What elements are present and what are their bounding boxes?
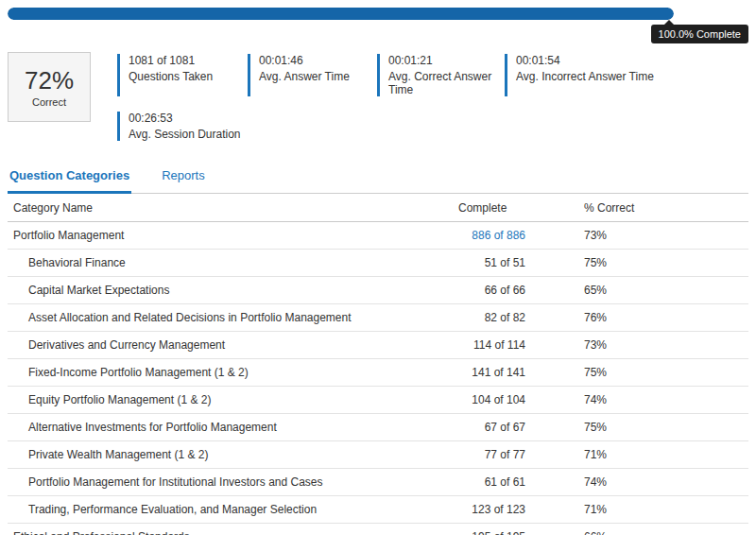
percent-correct-cell: 66% (576, 524, 748, 535)
table-row: Portfolio Management886 of 88673% (8, 222, 748, 250)
table-row: Equity Portfolio Management (1 & 2)104 o… (8, 387, 748, 414)
category-name-cell: Portfolio Management for Institutional I… (8, 469, 458, 496)
category-name-cell: Private Wealth Management (1 & 2) (8, 441, 458, 469)
table-row: Alternative Investments for Portfolio Ma… (8, 414, 748, 441)
percent-correct-cell: 75% (576, 359, 748, 387)
complete-cell: 195 of 195 (458, 524, 576, 535)
percent-correct-cell: 73% (576, 332, 748, 359)
stat-value: 00:01:46 (259, 54, 377, 67)
category-name-cell: Trading, Performance Evaluation, and Man… (8, 496, 458, 524)
table-header-row: Category Name Complete % Correct (8, 194, 748, 222)
progress-bar (8, 8, 674, 20)
category-name-cell: Capital Market Expectations (8, 277, 458, 304)
header-percent-correct: % Correct (576, 194, 748, 222)
stat-avg-answer-time: 00:01:46Avg. Answer Time (248, 54, 377, 96)
stat-value: 00:26:53 (129, 112, 248, 125)
complete-cell: 67 of 67 (458, 414, 576, 441)
complete-cell: 82 of 82 (458, 304, 576, 332)
table-row: Private Wealth Management (1 & 2)77 of 7… (8, 441, 748, 469)
tab-reports[interactable]: Reports (160, 163, 207, 194)
percent-correct-cell: 74% (576, 387, 748, 414)
summary-section: 72% Correct 1081 of 1081Questions Taken0… (8, 52, 748, 141)
percent-correct-cell: 76% (576, 304, 748, 332)
table-row: Derivatives and Currency Management114 o… (8, 332, 748, 359)
category-name-cell: Asset Allocation and Related Decisions i… (8, 304, 458, 332)
complete-cell: 123 of 123 (458, 496, 576, 524)
complete-cell: 66 of 66 (458, 277, 576, 304)
progress-section: 100.0% Complete (8, 0, 748, 43)
score-box: 72% Correct (8, 52, 91, 122)
progress-tooltip: 100.0% Complete (651, 25, 748, 43)
complete-cell: 104 of 104 (458, 387, 576, 414)
percent-correct-cell: 75% (576, 414, 748, 441)
stat-avg-correct-answer-time: 00:01:21Avg. Correct Answer Time (377, 54, 505, 96)
complete-cell[interactable]: 886 of 886 (458, 222, 576, 250)
percent-correct-cell: 75% (576, 250, 748, 277)
category-name-cell: Alternative Investments for Portfolio Ma… (8, 414, 458, 441)
category-table: Category Name Complete % Correct Portfol… (8, 194, 748, 535)
category-name-cell: Portfolio Management (8, 222, 458, 250)
category-name-cell: Derivatives and Currency Management (8, 332, 458, 359)
table-row: Ethical and Professional Standards195 of… (8, 524, 748, 535)
tab-bar: Question CategoriesReports (8, 163, 748, 194)
percent-correct-cell: 74% (576, 469, 748, 496)
progress-fill (8, 8, 674, 20)
progress-tooltip-label: 100.0% Complete (659, 28, 741, 40)
percent-correct-cell: 71% (576, 496, 748, 524)
stat-label: Avg. Session Duration (129, 128, 248, 141)
percent-correct-cell: 71% (576, 441, 748, 469)
stat-value: 00:01:21 (388, 54, 505, 67)
stat-avg-incorrect-answer-time: 00:01:54Avg. Incorrect Answer Time (505, 54, 654, 96)
complete-cell: 77 of 77 (458, 441, 576, 469)
tab-question-categories[interactable]: Question Categories (8, 163, 131, 194)
percent-correct-cell: 65% (576, 277, 748, 304)
category-name-cell: Equity Portfolio Management (1 & 2) (8, 387, 458, 414)
table-row: Behavioral Finance51 of 5175% (8, 250, 748, 277)
tooltip-arrow-icon (664, 20, 674, 25)
complete-cell: 61 of 61 (458, 469, 576, 496)
header-complete: Complete (458, 194, 576, 222)
complete-cell: 114 of 114 (458, 332, 576, 359)
percent-correct-cell: 73% (576, 222, 748, 250)
score-value: 72% (25, 67, 74, 94)
stat-label: Avg. Answer Time (259, 70, 377, 83)
category-name-cell: Fixed-Income Portfolio Management (1 & 2… (8, 359, 458, 387)
stat-label: Questions Taken (129, 70, 248, 83)
complete-cell: 141 of 141 (458, 359, 576, 387)
category-name-cell: Ethical and Professional Standards (8, 524, 458, 535)
complete-cell: 51 of 51 (458, 250, 576, 277)
stat-questions-taken: 1081 of 1081Questions Taken (117, 54, 248, 96)
stat-value: 00:01:54 (516, 54, 654, 67)
table-row: Trading, Performance Evaluation, and Man… (8, 496, 748, 524)
table-row: Capital Market Expectations66 of 6665% (8, 277, 748, 304)
stat-avg-session-duration: 00:26:53Avg. Session Duration (117, 112, 248, 141)
category-table-body: Portfolio Management886 of 88673%Behavio… (8, 222, 748, 535)
header-category-name: Category Name (8, 194, 458, 222)
stat-label: Avg. Incorrect Answer Time (516, 70, 654, 83)
stat-value: 1081 of 1081 (129, 54, 248, 67)
score-label: Correct (32, 96, 66, 108)
performance-dashboard: 100.0% Complete 72% Correct 1081 of 1081… (0, 0, 756, 535)
table-row: Asset Allocation and Related Decisions i… (8, 304, 748, 332)
stat-label: Avg. Correct Answer Time (388, 70, 505, 96)
table-row: Fixed-Income Portfolio Management (1 & 2… (8, 359, 748, 387)
stats-grid: 1081 of 1081Questions Taken00:01:46Avg. … (117, 52, 654, 141)
category-name-cell: Behavioral Finance (8, 250, 458, 277)
table-row: Portfolio Management for Institutional I… (8, 469, 748, 496)
